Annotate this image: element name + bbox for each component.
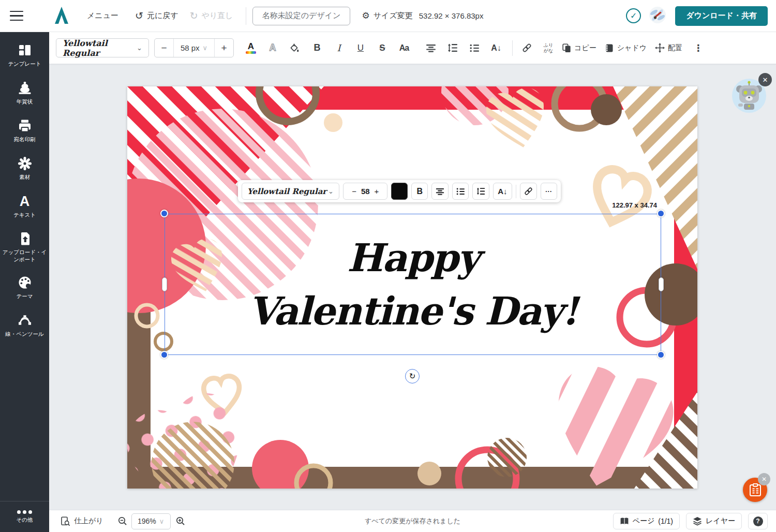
sidebar-item-text[interactable]: A テキスト bbox=[0, 187, 49, 225]
help-button[interactable]: ? bbox=[748, 513, 768, 529]
pages-button[interactable]: ページ (1/1) bbox=[613, 513, 680, 529]
app-logo[interactable] bbox=[52, 5, 71, 27]
selection-handle-left[interactable] bbox=[162, 277, 167, 291]
dragonfly-mascot-icon[interactable] bbox=[648, 6, 667, 26]
sidebar-item-line-pen-tool[interactable]: 線・ペンツール bbox=[0, 306, 49, 344]
selection-handle-top-right[interactable] bbox=[657, 210, 665, 217]
floating-font-size-stepper[interactable]: − 58 + bbox=[343, 183, 387, 200]
close-icon: ✕ bbox=[763, 76, 768, 84]
more-options-button[interactable]: ⋮ bbox=[689, 38, 708, 58]
decrease-icon[interactable]: − bbox=[352, 187, 356, 196]
template-icon bbox=[17, 42, 33, 58]
preview-finish-button[interactable]: 仕上がり bbox=[61, 516, 103, 526]
text-outline-button[interactable]: A bbox=[263, 38, 282, 58]
mascot-close-button[interactable]: ✕ bbox=[758, 73, 772, 86]
align-center-button[interactable] bbox=[421, 38, 441, 58]
text-line-1: Happy bbox=[347, 231, 479, 284]
saved-check-badge: ✓ bbox=[626, 8, 641, 23]
page-count: (1/1) bbox=[658, 517, 673, 525]
hamburger-menu-icon[interactable] bbox=[1, 0, 32, 32]
save-status-text: すべての変更が保存されました bbox=[365, 516, 460, 526]
floating-line-height-button[interactable] bbox=[472, 183, 489, 200]
link-icon bbox=[522, 43, 532, 53]
header-divider bbox=[246, 7, 246, 25]
flower-gear-icon bbox=[17, 156, 33, 171]
app-header: メニュー ↺ 元に戻す ↻ やり直し 名称未設定のデザイン ⚙ サイズ変更 53… bbox=[0, 0, 776, 32]
bold-button[interactable]: B bbox=[307, 38, 327, 58]
font-size-decrease-button[interactable]: − bbox=[155, 39, 173, 57]
font-color-button[interactable]: A bbox=[241, 38, 261, 58]
font-size-increase-button[interactable]: + bbox=[215, 39, 233, 57]
link-button[interactable] bbox=[517, 38, 536, 58]
printer-icon bbox=[17, 118, 33, 134]
selection-handle-top-left[interactable] bbox=[160, 210, 168, 217]
floating-more-button[interactable]: ... bbox=[541, 183, 557, 200]
floating-color-swatch[interactable] bbox=[391, 183, 407, 200]
increase-icon[interactable]: + bbox=[375, 187, 379, 196]
floating-vertical-text-button[interactable]: A↓ bbox=[493, 183, 512, 200]
font-family-select[interactable]: Yellowtail Regular ⌄ bbox=[56, 38, 149, 57]
italic-button[interactable]: I bbox=[329, 38, 349, 58]
bullet-list-icon bbox=[456, 188, 465, 195]
vertical-text-button[interactable]: A↓ bbox=[486, 38, 506, 58]
selection-handle-bottom-right[interactable] bbox=[657, 351, 665, 359]
sidebar-item-newyear-card[interactable]: 年賀状 bbox=[0, 74, 49, 112]
floating-list-button[interactable] bbox=[452, 183, 469, 200]
download-share-button[interactable]: ダウンロード・共有 bbox=[675, 6, 768, 26]
text-A-icon: A bbox=[20, 194, 30, 209]
align-center-icon bbox=[426, 44, 436, 52]
chevron-down-icon: ∨ bbox=[203, 44, 208, 52]
bottom-bar: 仕上がり 196% ∨ すべての変更が保存されました ページ (1/1) bbox=[49, 510, 776, 532]
resize-button[interactable]: ⚙ サイズ変更 bbox=[362, 11, 412, 21]
rotate-handle[interactable]: ↻ bbox=[405, 369, 420, 383]
line-height-button[interactable] bbox=[443, 38, 462, 58]
robot-bear-icon bbox=[735, 81, 763, 111]
copy-button[interactable]: コピー bbox=[562, 38, 596, 58]
shadow-button[interactable]: シャドウ bbox=[605, 38, 647, 58]
zoom-in-icon bbox=[176, 516, 185, 526]
sidebar-item-materials[interactable]: 素材 bbox=[0, 150, 49, 187]
zoom-level-select[interactable]: 196% ∨ bbox=[131, 513, 171, 529]
text-case-button[interactable]: Aa bbox=[394, 38, 414, 58]
sidebar-item-address-print[interactable]: 宛名印刷 bbox=[0, 112, 49, 150]
canvas-size-label: 532.92 × 376.83px bbox=[419, 11, 484, 20]
undo-button[interactable]: ↺ 元に戻す bbox=[135, 11, 178, 21]
zoom-out-button[interactable] bbox=[118, 516, 127, 526]
close-icon: ✕ bbox=[762, 476, 767, 483]
layers-button[interactable]: レイヤー bbox=[686, 513, 742, 529]
bullet-list-icon bbox=[470, 44, 480, 52]
sidebar-item-upload-import[interactable]: アップロード・インポート bbox=[0, 225, 49, 269]
floating-link-button[interactable] bbox=[520, 183, 536, 200]
guide-close-button[interactable]: ✕ bbox=[758, 473, 770, 485]
canvas-text-element[interactable]: Happy Valentine's Day! bbox=[165, 214, 661, 355]
sidebar-item-theme[interactable]: テーマ bbox=[0, 269, 49, 306]
underline-button[interactable]: U bbox=[351, 38, 370, 58]
strikethrough-button[interactable]: S bbox=[372, 38, 392, 58]
upload-file-icon bbox=[17, 231, 33, 246]
floating-bold-button[interactable]: B bbox=[411, 183, 428, 200]
fill-color-button[interactable] bbox=[285, 38, 304, 58]
kagami-mochi-icon bbox=[17, 80, 33, 96]
palette-icon bbox=[17, 275, 33, 290]
sidebar-item-other[interactable]: その他 bbox=[0, 501, 49, 532]
selection-handle-bottom-left[interactable] bbox=[160, 351, 168, 359]
furigana-button[interactable]: ふりがな bbox=[539, 38, 558, 58]
font-size-stepper: − 58 px ∨ + bbox=[154, 38, 234, 57]
floating-font-select[interactable]: Yellowtail Regular ⌄ bbox=[242, 183, 339, 200]
undo-icon: ↺ bbox=[135, 11, 143, 21]
question-icon: ? bbox=[753, 516, 763, 526]
selection-handle-right[interactable] bbox=[659, 277, 664, 291]
document-preview-icon bbox=[61, 516, 70, 526]
floating-align-button[interactable] bbox=[431, 183, 448, 200]
zoom-in-button[interactable] bbox=[176, 516, 185, 526]
design-title-input[interactable]: 名称未設定のデザイン bbox=[252, 7, 351, 25]
arrange-button[interactable]: 配置 bbox=[655, 38, 682, 58]
sidebar-item-templates[interactable]: テンプレート bbox=[0, 36, 49, 74]
font-size-select[interactable]: 58 px ∨ bbox=[173, 39, 215, 57]
list-button[interactable] bbox=[465, 38, 484, 58]
redo-button[interactable]: ↻ やり直し bbox=[190, 11, 233, 21]
design-card[interactable]: Happy Valentine's Day! bbox=[127, 86, 697, 489]
logo-caret-icon bbox=[52, 5, 71, 25]
menu-button[interactable]: メニュー bbox=[87, 11, 118, 21]
floating-text-toolbar: Yellowtail Regular ⌄ − 58 + B A↓ bbox=[238, 180, 561, 202]
